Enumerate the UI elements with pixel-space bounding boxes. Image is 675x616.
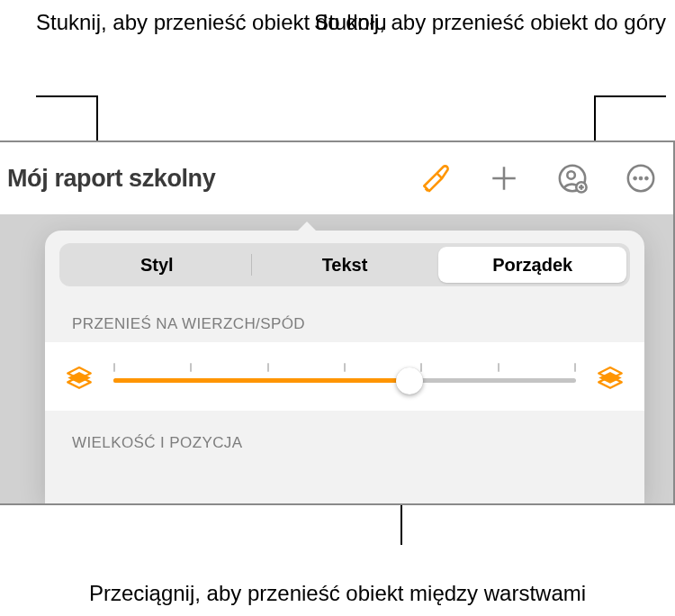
slider-thumb[interactable] — [396, 367, 423, 394]
svg-point-3 — [567, 171, 575, 179]
callout-move-up: Stuknij, aby przenieść obiekt do góry — [314, 9, 666, 36]
section-layer-label: PRZENIEŚ NA WIERZCH/SPÓD — [45, 292, 644, 342]
tab-arrange[interactable]: Porządek — [438, 247, 626, 283]
move-to-front-button[interactable] — [592, 358, 628, 394]
collaborate-icon[interactable] — [556, 162, 589, 195]
leader-move-up-h — [594, 95, 666, 97]
app-frame: Mój raport szkolny Styl Tekst Porządek — [0, 140, 675, 505]
svg-point-8 — [634, 177, 637, 180]
format-popover: Styl Tekst Porządek PRZENIEŚ NA WIERZCH/… — [45, 231, 644, 503]
layer-slider[interactable] — [113, 358, 576, 394]
tab-text[interactable]: Tekst — [251, 247, 439, 283]
segmented-control: Styl Tekst Porządek — [59, 243, 630, 286]
popover-backdrop: Styl Tekst Porządek PRZENIEŚ NA WIERZCH/… — [0, 214, 673, 503]
layer-slider-row — [45, 342, 644, 411]
slider-ticks — [113, 363, 576, 372]
move-to-back-button[interactable] — [61, 358, 97, 394]
leader-move-down-h — [36, 95, 96, 97]
section-size-label: WIELKOŚĆ I POZYCJA — [45, 411, 644, 461]
popover-arrow — [297, 222, 317, 232]
format-brush-icon[interactable] — [419, 162, 452, 195]
add-icon[interactable] — [488, 162, 520, 195]
callout-drag: Przeciągnij, aby przenieść obiekt między… — [0, 580, 675, 607]
svg-point-10 — [644, 177, 648, 180]
toolbar: Mój raport szkolny — [0, 142, 673, 214]
slider-fill — [113, 378, 410, 383]
svg-point-9 — [639, 177, 643, 180]
tab-style[interactable]: Styl — [63, 247, 251, 283]
document-title: Mój raport szkolny — [7, 165, 215, 193]
more-icon[interactable] — [625, 162, 657, 195]
